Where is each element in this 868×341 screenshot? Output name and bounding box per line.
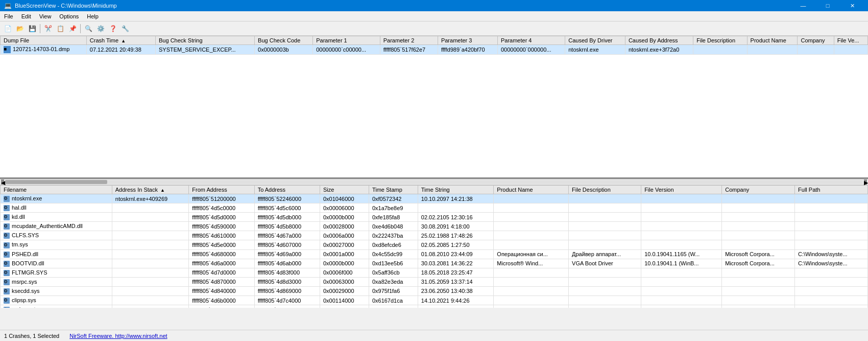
col-param3[interactable]: Parameter 3 bbox=[438, 36, 497, 45]
col-file-desc[interactable]: File Description bbox=[569, 186, 641, 194]
col-filever-top[interactable]: File Ve... bbox=[834, 36, 867, 45]
titlebar: 💻 BlueScreenView - C:\Windows\Minidump —… bbox=[0, 0, 868, 11]
scroll-left-arrow[interactable]: ◀ bbox=[1, 179, 4, 185]
close-button[interactable]: ✕ bbox=[840, 0, 864, 11]
col-dump-file[interactable]: Dump File bbox=[1, 36, 87, 45]
driver-file-icon: ⚙ bbox=[4, 233, 10, 239]
menu-options[interactable]: Options bbox=[55, 12, 83, 20]
driver-file-icon: ⚙ bbox=[4, 298, 10, 304]
driver-table-row[interactable]: ⚙clipsp.sysfffff805`4d6b0000fffff805`4d7… bbox=[1, 296, 868, 305]
titlebar-controls: — □ ✕ bbox=[791, 0, 864, 11]
col-size[interactable]: Size bbox=[320, 186, 369, 194]
driver-table-row[interactable]: ⚙CLFS.SYSfffff805`4d610000fffff805`4d67a… bbox=[1, 231, 868, 240]
scroll-right-arrow[interactable]: ▶ bbox=[864, 179, 867, 185]
driver-file-icon: ⚙ bbox=[4, 288, 10, 294]
maximize-button[interactable]: □ bbox=[816, 0, 839, 11]
driver-file-icon: ⚙ bbox=[4, 223, 10, 230]
toolbar-separator-2 bbox=[80, 24, 81, 33]
toolbar: 📄 📂 💾 ✂️ 📋 📌 🔍 ⚙️ ❓ 🔧 bbox=[0, 21, 868, 36]
col-bug-check-string[interactable]: Bug Check String bbox=[156, 36, 255, 45]
menu-view[interactable]: View bbox=[35, 12, 56, 20]
crash-table-row[interactable]: ■120721-14703-01.dmp07.12.2021 20:49:38S… bbox=[1, 45, 868, 55]
top-pane[interactable]: Dump File Crash Time ▲ Bug Check String … bbox=[0, 36, 868, 179]
minimize-button[interactable]: — bbox=[791, 0, 815, 11]
driver-table-row[interactable]: ⚙msrpc.sysfffff805`4d870000fffff805`4d8d… bbox=[1, 277, 868, 286]
toolbar-extra[interactable]: 🔧 bbox=[119, 23, 131, 34]
driver-table-row[interactable]: ⚙hal.dllfffff805`4d5c0000fffff805`4d5c60… bbox=[1, 203, 868, 213]
col-crash-time[interactable]: Crash Time ▲ bbox=[86, 36, 155, 45]
toolbar-cut[interactable]: ✂️ bbox=[42, 23, 54, 34]
toolbar-help[interactable]: ❓ bbox=[107, 23, 118, 34]
driver-table-row[interactable]: ⚙FLTMGR.SYSfffff805`4d7d0000fffff805`4d8… bbox=[1, 268, 868, 277]
col-param4[interactable]: Parameter 4 bbox=[497, 36, 565, 45]
toolbar-search[interactable]: 🔍 bbox=[83, 23, 94, 34]
driver-table-row[interactable]: ⚙mcupdate_AuthenticAMD.dllfffff805`4d590… bbox=[1, 222, 868, 231]
driver-table-row[interactable]: ⚙tm.sysfffff805`4d5e0000fffff805`4d60700… bbox=[1, 240, 868, 249]
toolbar-new[interactable]: 📄 bbox=[2, 23, 13, 34]
driver-file-icon: ⚙ bbox=[4, 205, 10, 211]
driver-file-icon: ⚙ bbox=[4, 252, 10, 258]
crash-table: Dump File Crash Time ▲ Bug Check String … bbox=[0, 36, 868, 55]
app-icon: 💻 bbox=[4, 2, 12, 9]
crash-table-body: ■120721-14703-01.dmp07.12.2021 20:49:38S… bbox=[1, 45, 868, 55]
nirsoft-info: NirSoft Freeware. http://www.nirsoft.net bbox=[69, 333, 167, 339]
col-product-name[interactable]: Product Name bbox=[494, 186, 569, 194]
scrollbar-thumb[interactable] bbox=[5, 180, 107, 184]
menu-edit[interactable]: Edit bbox=[17, 12, 35, 20]
col-filename[interactable]: Filename bbox=[1, 186, 112, 194]
col-company-top[interactable]: Company bbox=[798, 36, 834, 45]
driver-file-icon: ⚙ bbox=[4, 279, 10, 285]
col-bug-check-code[interactable]: Bug Check Code bbox=[255, 36, 313, 45]
driver-file-icon: ⚙ bbox=[4, 261, 10, 267]
driver-table-row[interactable]: ⚙BOOTVID.dllfffff805`4d6a0000fffff805`4d… bbox=[1, 259, 868, 268]
col-file-version[interactable]: File Version bbox=[641, 186, 722, 194]
col-file-description[interactable]: File Description bbox=[693, 36, 747, 45]
col-from-address[interactable]: From Address bbox=[189, 186, 254, 194]
driver-table-body: ⚙ntoskrnl.exentoskrnl.exe+409269fffff805… bbox=[1, 194, 868, 308]
col-full-path[interactable]: Full Path bbox=[795, 186, 868, 194]
driver-file-icon: ⚙ bbox=[4, 214, 10, 220]
col-time-string[interactable]: Time String bbox=[418, 186, 494, 194]
toolbar-open[interactable]: 📂 bbox=[14, 23, 26, 34]
statusbar: 1 Crashes, 1 Selected NirSoft Freeware. … bbox=[0, 330, 868, 341]
col-time-stamp[interactable]: Time Stamp bbox=[369, 186, 418, 194]
driver-file-icon: ⚙ bbox=[4, 307, 10, 308]
col-address-in-stack[interactable]: Address In Stack ▲ bbox=[112, 186, 189, 194]
horizontal-scrollbar[interactable] bbox=[5, 180, 863, 184]
titlebar-title: BlueScreenView - C:\Windows\Minidump bbox=[15, 3, 117, 9]
toolbar-separator-1 bbox=[40, 24, 40, 33]
crash-table-header: Dump File Crash Time ▲ Bug Check String … bbox=[1, 36, 868, 45]
menu-file[interactable]: File bbox=[0, 12, 17, 20]
col-caused-by-address[interactable]: Caused By Address bbox=[625, 36, 693, 45]
col-product-name-top[interactable]: Product Name bbox=[747, 36, 798, 45]
bottom-pane[interactable]: Filename Address In Stack ▲ From Address… bbox=[0, 185, 868, 308]
driver-file-icon: ⚙ bbox=[4, 196, 10, 202]
menubar: File Edit View Options Help bbox=[0, 11, 868, 21]
driver-table: Filename Address In Stack ▲ From Address… bbox=[0, 185, 868, 308]
driver-file-icon: ⚙ bbox=[4, 270, 10, 276]
top-scrollbar-area[interactable]: ◀ ▶ bbox=[0, 179, 868, 185]
driver-table-row[interactable]: ⚙ntoskrnl.exentoskrnl.exe+409269fffff805… bbox=[1, 194, 868, 203]
toolbar-save[interactable]: 💾 bbox=[27, 23, 38, 34]
col-caused-by-driver[interactable]: Caused By Driver bbox=[565, 36, 625, 45]
toolbar-copy[interactable]: 📋 bbox=[55, 23, 66, 34]
col-to-address[interactable]: To Address bbox=[254, 186, 320, 194]
driver-table-row[interactable]: ⚙ksecdd.sysfffff805`4d840000fffff805`4d8… bbox=[1, 286, 868, 295]
crashes-info: 1 Crashes, 1 Selected bbox=[4, 333, 59, 339]
toolbar-settings[interactable]: ⚙️ bbox=[95, 23, 106, 34]
driver-file-icon: ⚙ bbox=[4, 242, 10, 248]
toolbar-paste[interactable]: 📌 bbox=[67, 23, 78, 34]
dump-file-icon: ■ bbox=[4, 46, 11, 53]
driver-table-row[interactable]: ⚙PSHED.dllfffff805`4d680000fffff805`4d69… bbox=[1, 249, 868, 259]
col-company[interactable]: Company bbox=[722, 186, 795, 194]
driver-table-header: Filename Address In Stack ▲ From Address… bbox=[1, 186, 868, 194]
driver-table-row[interactable]: ⚙kd.dllfffff805`4d5d0000fffff805`4d5db00… bbox=[1, 213, 868, 222]
titlebar-left: 💻 BlueScreenView - C:\Windows\Minidump bbox=[4, 2, 117, 9]
col-param2[interactable]: Parameter 2 bbox=[380, 36, 438, 45]
menu-help[interactable]: Help bbox=[83, 12, 103, 20]
col-param1[interactable]: Parameter 1 bbox=[313, 36, 380, 45]
driver-table-row[interactable]: ⚙cmimcext.sysfffff805`4d8e0000fffff805`4… bbox=[1, 305, 868, 308]
